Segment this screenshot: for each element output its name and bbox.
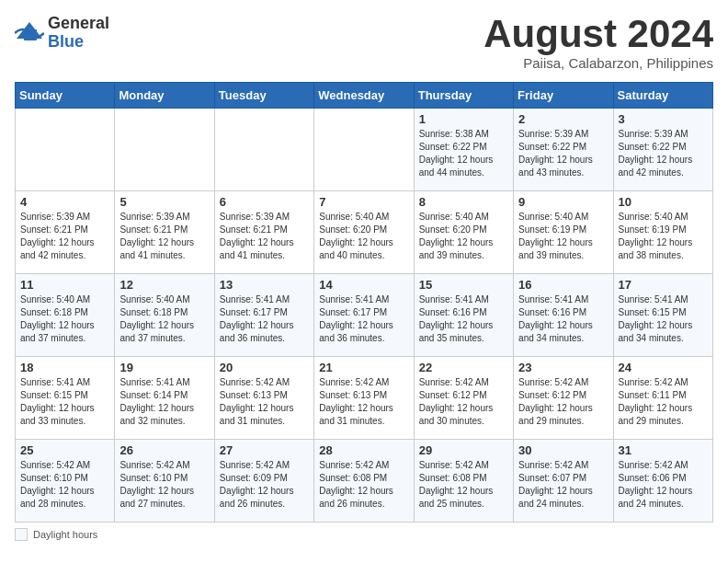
calendar-header: SundayMondayTuesdayWednesdayThursdayFrid… xyxy=(16,83,713,109)
calendar-cell: 8Sunrise: 5:40 AM Sunset: 6:20 PM Daylig… xyxy=(414,191,513,274)
day-info: Sunrise: 5:42 AM Sunset: 6:08 PM Dayligh… xyxy=(319,459,408,511)
day-number: 18 xyxy=(20,361,109,374)
header-day-wednesday: Wednesday xyxy=(314,83,414,109)
header-day-friday: Friday xyxy=(514,83,613,109)
day-info: Sunrise: 5:40 AM Sunset: 6:18 PM Dayligh… xyxy=(20,293,109,345)
calendar-cell: 1Sunrise: 5:38 AM Sunset: 6:22 PM Daylig… xyxy=(414,109,513,191)
day-number: 11 xyxy=(20,278,109,292)
calendar-cell: 2Sunrise: 5:39 AM Sunset: 6:22 PM Daylig… xyxy=(514,109,613,191)
calendar-cell: 14Sunrise: 5:41 AM Sunset: 6:17 PM Dayli… xyxy=(314,274,414,357)
calendar-cell: 26Sunrise: 5:42 AM Sunset: 6:10 PM Dayli… xyxy=(115,440,214,523)
day-info: Sunrise: 5:42 AM Sunset: 6:13 PM Dayligh… xyxy=(319,376,408,428)
day-number: 5 xyxy=(119,195,209,209)
day-number: 19 xyxy=(119,361,209,374)
week-row-4: 18Sunrise: 5:41 AM Sunset: 6:15 PM Dayli… xyxy=(16,357,713,440)
calendar-cell xyxy=(314,109,414,191)
day-number: 28 xyxy=(319,443,408,457)
day-number: 15 xyxy=(419,278,508,292)
day-info: Sunrise: 5:42 AM Sunset: 6:11 PM Dayligh… xyxy=(619,376,708,428)
page-header: General Blue August 2024 Paiisa, Calabar… xyxy=(15,15,713,71)
header-day-tuesday: Tuesday xyxy=(214,83,313,109)
day-info: Sunrise: 5:42 AM Sunset: 6:10 PM Dayligh… xyxy=(119,459,209,511)
day-info: Sunrise: 5:41 AM Sunset: 6:16 PM Dayligh… xyxy=(419,293,508,345)
calendar-cell: 16Sunrise: 5:41 AM Sunset: 6:16 PM Dayli… xyxy=(514,274,613,357)
day-number: 6 xyxy=(220,195,309,209)
calendar-cell: 7Sunrise: 5:40 AM Sunset: 6:20 PM Daylig… xyxy=(314,191,414,274)
daylight-label: Daylight hours xyxy=(33,529,97,540)
calendar-cell: 10Sunrise: 5:40 AM Sunset: 6:19 PM Dayli… xyxy=(613,191,712,274)
calendar-cell: 11Sunrise: 5:40 AM Sunset: 6:18 PM Dayli… xyxy=(16,274,115,357)
calendar-cell: 5Sunrise: 5:39 AM Sunset: 6:21 PM Daylig… xyxy=(115,191,214,274)
calendar-cell: 29Sunrise: 5:42 AM Sunset: 6:08 PM Dayli… xyxy=(414,440,513,523)
day-number: 12 xyxy=(119,278,209,292)
calendar-cell: 19Sunrise: 5:41 AM Sunset: 6:14 PM Dayli… xyxy=(115,357,214,440)
logo: General Blue xyxy=(15,15,109,52)
day-number: 17 xyxy=(619,278,708,292)
day-info: Sunrise: 5:40 AM Sunset: 6:19 PM Dayligh… xyxy=(518,211,608,262)
day-info: Sunrise: 5:40 AM Sunset: 6:20 PM Dayligh… xyxy=(319,211,408,262)
day-number: 29 xyxy=(419,443,508,457)
calendar-cell: 13Sunrise: 5:41 AM Sunset: 6:17 PM Dayli… xyxy=(214,274,313,357)
calendar-cell xyxy=(115,109,214,191)
day-number: 27 xyxy=(220,443,309,457)
day-number: 7 xyxy=(319,195,408,209)
day-number: 20 xyxy=(220,361,309,374)
day-info: Sunrise: 5:41 AM Sunset: 6:15 PM Dayligh… xyxy=(619,293,708,345)
day-info: Sunrise: 5:42 AM Sunset: 6:13 PM Dayligh… xyxy=(220,376,309,428)
day-number: 9 xyxy=(518,195,608,209)
calendar-cell xyxy=(214,109,313,191)
day-info: Sunrise: 5:41 AM Sunset: 6:17 PM Dayligh… xyxy=(319,293,408,345)
day-info: Sunrise: 5:42 AM Sunset: 6:10 PM Dayligh… xyxy=(20,459,109,511)
calendar-cell: 22Sunrise: 5:42 AM Sunset: 6:12 PM Dayli… xyxy=(414,357,513,440)
calendar-cell: 25Sunrise: 5:42 AM Sunset: 6:10 PM Dayli… xyxy=(16,440,115,523)
week-row-5: 25Sunrise: 5:42 AM Sunset: 6:10 PM Dayli… xyxy=(16,440,713,523)
day-number: 24 xyxy=(619,361,708,374)
header-day-thursday: Thursday xyxy=(414,83,513,109)
day-number: 2 xyxy=(518,112,608,126)
calendar-cell: 4Sunrise: 5:39 AM Sunset: 6:21 PM Daylig… xyxy=(16,191,115,274)
calendar-cell: 27Sunrise: 5:42 AM Sunset: 6:09 PM Dayli… xyxy=(214,440,313,523)
calendar-cell: 23Sunrise: 5:42 AM Sunset: 6:12 PM Dayli… xyxy=(514,357,613,440)
day-info: Sunrise: 5:41 AM Sunset: 6:16 PM Dayligh… xyxy=(518,293,608,345)
calendar-cell: 12Sunrise: 5:40 AM Sunset: 6:18 PM Dayli… xyxy=(115,274,214,357)
day-number: 31 xyxy=(619,443,708,457)
calendar-cell: 6Sunrise: 5:39 AM Sunset: 6:21 PM Daylig… xyxy=(214,191,313,274)
day-number: 21 xyxy=(319,361,408,374)
day-number: 3 xyxy=(619,112,708,126)
calendar-cell xyxy=(16,109,115,191)
day-info: Sunrise: 5:39 AM Sunset: 6:22 PM Dayligh… xyxy=(619,128,708,179)
location-subtitle: Paiisa, Calabarzon, Philippines xyxy=(483,55,713,71)
logo-text: General Blue xyxy=(48,15,109,52)
logo-general: General xyxy=(48,15,109,33)
calendar-cell: 31Sunrise: 5:42 AM Sunset: 6:06 PM Dayli… xyxy=(613,440,712,523)
calendar-cell: 30Sunrise: 5:42 AM Sunset: 6:07 PM Dayli… xyxy=(514,440,613,523)
calendar-cell: 3Sunrise: 5:39 AM Sunset: 6:22 PM Daylig… xyxy=(613,109,712,191)
week-row-2: 4Sunrise: 5:39 AM Sunset: 6:21 PM Daylig… xyxy=(16,191,713,274)
calendar-cell: 18Sunrise: 5:41 AM Sunset: 6:15 PM Dayli… xyxy=(16,357,115,440)
day-info: Sunrise: 5:39 AM Sunset: 6:21 PM Dayligh… xyxy=(20,211,109,262)
day-number: 25 xyxy=(20,443,109,457)
day-number: 4 xyxy=(20,195,109,209)
day-info: Sunrise: 5:42 AM Sunset: 6:12 PM Dayligh… xyxy=(419,376,508,428)
logo-blue: Blue xyxy=(48,33,109,52)
day-info: Sunrise: 5:40 AM Sunset: 6:19 PM Dayligh… xyxy=(619,211,708,262)
day-number: 23 xyxy=(518,361,608,374)
month-year-title: August 2024 xyxy=(483,15,713,53)
day-number: 16 xyxy=(518,278,608,292)
day-number: 26 xyxy=(119,443,209,457)
day-number: 22 xyxy=(419,361,508,374)
footer-box xyxy=(15,528,28,541)
day-info: Sunrise: 5:42 AM Sunset: 6:09 PM Dayligh… xyxy=(220,459,309,511)
logo-icon xyxy=(15,20,44,46)
title-block: August 2024 Paiisa, Calabarzon, Philippi… xyxy=(483,15,713,71)
day-info: Sunrise: 5:40 AM Sunset: 6:20 PM Dayligh… xyxy=(419,211,508,262)
day-number: 30 xyxy=(518,443,608,457)
calendar-cell: 21Sunrise: 5:42 AM Sunset: 6:13 PM Dayli… xyxy=(314,357,414,440)
calendar-table: SundayMondayTuesdayWednesdayThursdayFrid… xyxy=(15,82,713,523)
calendar-cell: 20Sunrise: 5:42 AM Sunset: 6:13 PM Dayli… xyxy=(214,357,313,440)
footer: Daylight hours xyxy=(15,528,713,541)
week-row-1: 1Sunrise: 5:38 AM Sunset: 6:22 PM Daylig… xyxy=(16,109,713,191)
calendar-cell: 9Sunrise: 5:40 AM Sunset: 6:19 PM Daylig… xyxy=(514,191,613,274)
day-info: Sunrise: 5:39 AM Sunset: 6:21 PM Dayligh… xyxy=(220,211,309,262)
day-info: Sunrise: 5:42 AM Sunset: 6:12 PM Dayligh… xyxy=(518,376,608,428)
